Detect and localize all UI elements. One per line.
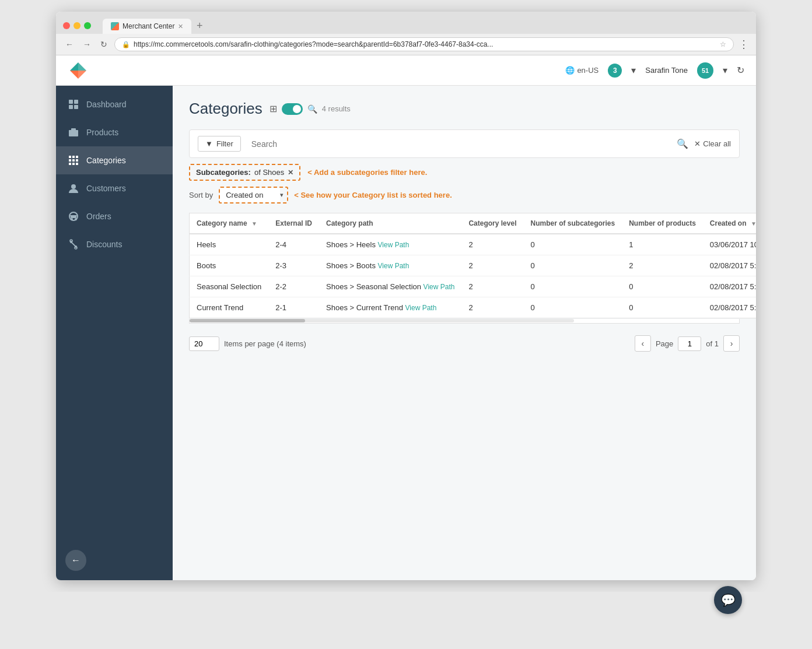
per-page-select[interactable]: 20 50 100: [189, 336, 219, 351]
globe-icon: 🌐: [565, 66, 575, 75]
svg-rect-13: [69, 159, 71, 162]
browser-menu-button[interactable]: ⋮: [738, 38, 749, 51]
sidebar-item-dashboard[interactable]: Dashboard: [56, 90, 173, 118]
view-path-link-1[interactable]: View Path: [378, 262, 410, 270]
pagination-bar: 20 50 100 Items per page (4 items) ‹ Pag…: [189, 335, 740, 352]
cell-external-id-1: 2-3: [268, 255, 319, 276]
prev-page-button[interactable]: ‹: [635, 335, 651, 352]
forward-button[interactable]: →: [80, 38, 93, 50]
filter-button[interactable]: ▼ Filter: [198, 136, 241, 152]
user-info[interactable]: Sarafin Tone: [645, 66, 688, 75]
table-row[interactable]: Heels 2-4 Shoes > Heels View Path 2 0 1 …: [190, 234, 757, 255]
bookmark-icon[interactable]: ☆: [720, 40, 726, 48]
maximize-traffic-light[interactable]: [84, 22, 91, 29]
cell-level-3: 2: [461, 297, 523, 318]
search-toggle-icon[interactable]: 🔍: [307, 104, 317, 114]
cell-name-1: Boots: [190, 255, 269, 276]
col-header-level[interactable]: Category level: [461, 213, 523, 234]
svg-rect-15: [76, 159, 78, 162]
chip-remove-button[interactable]: ✕: [288, 169, 293, 177]
clear-all-button[interactable]: ✕ Clear all: [694, 139, 731, 148]
svg-marker-0: [70, 62, 78, 71]
cell-name-2: Seasonal Selection: [190, 276, 269, 297]
grid-toggle-icon[interactable]: ⊞: [270, 103, 277, 114]
view-toggle[interactable]: [282, 103, 303, 115]
sort-label: Sort by: [189, 191, 213, 199]
svg-rect-18: [76, 163, 78, 165]
table-scrollbar[interactable]: [189, 319, 740, 324]
user-name: Sarafin Tone: [645, 66, 688, 75]
sidebar-item-products[interactable]: Products: [56, 118, 173, 146]
close-traffic-light[interactable]: [63, 22, 70, 29]
svg-point-21: [71, 218, 73, 220]
cell-name-3: Current Trend: [190, 297, 269, 318]
cell-subcategories-3: 0: [523, 297, 622, 318]
view-path-link-3[interactable]: View Path: [405, 304, 437, 312]
cell-path-0: Shoes > Heels View Path: [319, 234, 461, 255]
minimize-traffic-light[interactable]: [74, 22, 80, 29]
col-header-products[interactable]: Number of products: [622, 213, 703, 234]
per-page-label: Items per page (4 items): [224, 339, 306, 348]
new-tab-button[interactable]: +: [191, 17, 208, 34]
cell-name-0: Heels: [190, 234, 269, 255]
notification-chevron[interactable]: ▾: [631, 65, 636, 76]
col-header-name[interactable]: Category name ▼: [190, 213, 269, 234]
col-header-subcategories[interactable]: Number of subcategories: [523, 213, 622, 234]
sidebar-label-discounts: Discounts: [86, 240, 122, 249]
sort-select[interactable]: Created on: [220, 188, 280, 202]
reload-button[interactable]: ↻: [98, 38, 110, 50]
view-path-link-0[interactable]: View Path: [378, 241, 410, 249]
notification-badge[interactable]: 3: [608, 64, 622, 78]
cell-created-0: 03/06/2017 10:58 PI: [703, 234, 756, 255]
language-selector[interactable]: 🌐 en-US: [565, 66, 598, 75]
col-header-path[interactable]: Category path: [319, 213, 461, 234]
subcategory-hint: < Add a subcategories filter here.: [307, 168, 427, 177]
table-row[interactable]: Current Trend 2-1 Shoes > Current Trend …: [190, 297, 757, 318]
cell-products-1: 2: [622, 255, 703, 276]
sidebar-label-products: Products: [86, 128, 118, 137]
filter-bar: ▼ Filter 🔍 ✕ Clear all: [189, 129, 740, 158]
sidebar-bottom: ←: [56, 541, 173, 580]
sidebar-item-orders[interactable]: Orders: [56, 202, 173, 230]
cell-path-2: Shoes > Seasonal Selection View Path: [319, 276, 461, 297]
user-chevron[interactable]: ▾: [723, 65, 727, 76]
table-row[interactable]: Seasonal Selection 2-2 Shoes > Seasonal …: [190, 276, 757, 297]
sidebar-item-categories[interactable]: Categories: [56, 146, 173, 174]
back-button[interactable]: ←: [63, 38, 76, 50]
refresh-button[interactable]: ↻: [737, 65, 744, 76]
col-header-external-id[interactable]: External ID: [268, 213, 319, 234]
next-page-button[interactable]: ›: [723, 335, 740, 352]
scroll-track: [190, 319, 574, 322]
filter-icon: ▼: [205, 139, 213, 148]
sidebar-item-discounts[interactable]: Discounts: [56, 230, 173, 258]
browser-addressbar: ← → ↻ 🔒 https://mc.commercetools.com/sar…: [56, 34, 756, 55]
cell-level-1: 2: [461, 255, 523, 276]
sort-select-wrapper: Created on ▾: [219, 187, 288, 204]
sidebar-item-customers[interactable]: Customers: [56, 174, 173, 202]
sidebar-label-dashboard: Dashboard: [86, 100, 127, 109]
search-input[interactable]: [247, 137, 671, 151]
active-tab[interactable]: Merchant Center ✕: [103, 19, 191, 34]
col-header-created[interactable]: Created on ▼: [703, 213, 756, 234]
svg-rect-4: [69, 100, 73, 104]
header-right: 🌐 en-US 3 ▾ Sarafin Tone 51 ▾ ↻: [565, 62, 744, 79]
page-header: Categories ⊞ 🔍 4 results: [189, 100, 740, 118]
cell-products-0: 1: [622, 234, 703, 255]
tab-close-button[interactable]: ✕: [178, 23, 183, 30]
svg-point-19: [71, 184, 76, 189]
chat-button[interactable]: 💬: [714, 586, 742, 592]
view-path-link-2[interactable]: View Path: [424, 283, 455, 291]
cell-external-id-3: 2-1: [268, 297, 319, 318]
cell-level-0: 2: [461, 234, 523, 255]
page-total: of 1: [706, 339, 719, 348]
sidebar-back-button[interactable]: ←: [65, 550, 86, 571]
address-box[interactable]: 🔒 https://mc.commercetools.com/sarafin-c…: [114, 37, 734, 51]
table-row[interactable]: Boots 2-3 Shoes > Boots View Path 2 0 2 …: [190, 255, 757, 276]
svg-marker-2: [70, 71, 78, 79]
search-submit-icon[interactable]: 🔍: [677, 138, 688, 149]
svg-line-25: [70, 241, 77, 248]
svg-rect-7: [74, 105, 78, 109]
page-input[interactable]: [678, 336, 701, 351]
cell-products-2: 0: [622, 276, 703, 297]
main-layout: Dashboard Products: [56, 86, 756, 580]
